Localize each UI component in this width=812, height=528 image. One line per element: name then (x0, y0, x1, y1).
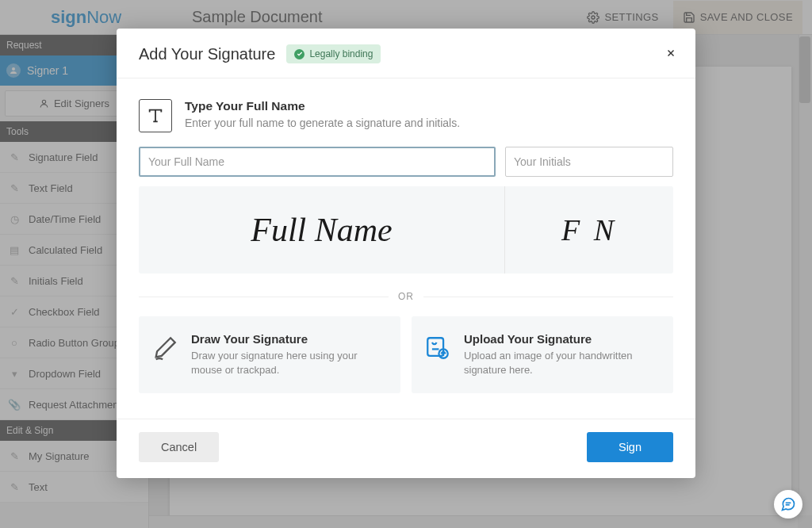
modal-header: Add Your Signature Legally binding (117, 29, 695, 78)
divider-label: OR (389, 291, 423, 302)
draw-title: Draw Your Signature (191, 332, 388, 346)
upload-title: Upload Your Signature (464, 332, 661, 346)
add-signature-modal: Add Your Signature Legally binding Type … (117, 29, 695, 478)
draw-description: Draw your signature here using your mous… (191, 349, 388, 377)
sign-button[interactable]: Sign (587, 432, 673, 462)
draw-text-block: Draw Your Signature Draw your signature … (191, 332, 388, 377)
or-divider: OR (139, 291, 673, 302)
initials-input[interactable] (505, 147, 673, 177)
checkmark-icon (294, 49, 304, 59)
inputs-row (139, 147, 673, 177)
draw-icon (151, 332, 178, 364)
signature-preview: Full Name (139, 186, 505, 274)
type-description: Enter your full name to generate a signa… (185, 117, 460, 129)
cancel-button[interactable]: Cancel (139, 432, 219, 462)
modal-overlay: Add Your Signature Legally binding Type … (0, 0, 812, 528)
modal-title: Add Your Signature (139, 45, 275, 63)
close-icon (665, 48, 676, 59)
signature-preview-text: Full Name (251, 211, 392, 249)
type-t-icon (147, 107, 164, 124)
chat-icon (780, 496, 796, 512)
upload-description: Upload an image of your handwritten sign… (464, 349, 661, 377)
legally-binding-badge: Legally binding (286, 44, 381, 63)
initials-preview-text: F N (561, 212, 617, 247)
modal-body: Type Your Full Name Enter your full name… (117, 78, 695, 400)
signature-preview-row: Full Name F N (139, 186, 673, 274)
signature-options-row: Draw Your Signature Draw your signature … (139, 316, 673, 393)
upload-icon (424, 332, 451, 364)
type-heading: Type Your Full Name (185, 99, 460, 113)
full-name-input[interactable] (139, 147, 496, 177)
chat-fab[interactable] (774, 490, 802, 518)
type-signature-section: Type Your Full Name Enter your full name… (139, 99, 673, 132)
initials-preview: F N (505, 186, 673, 274)
modal-footer: Cancel Sign (117, 419, 695, 478)
upload-text-block: Upload Your Signature Upload an image of… (464, 332, 661, 377)
upload-signature-card[interactable]: Upload Your Signature Upload an image of… (412, 316, 673, 393)
type-icon-box (139, 99, 172, 132)
close-button[interactable] (662, 44, 680, 62)
type-text-block: Type Your Full Name Enter your full name… (185, 99, 460, 132)
draw-signature-card[interactable]: Draw Your Signature Draw your signature … (139, 316, 400, 393)
badge-label: Legally binding (309, 48, 373, 59)
